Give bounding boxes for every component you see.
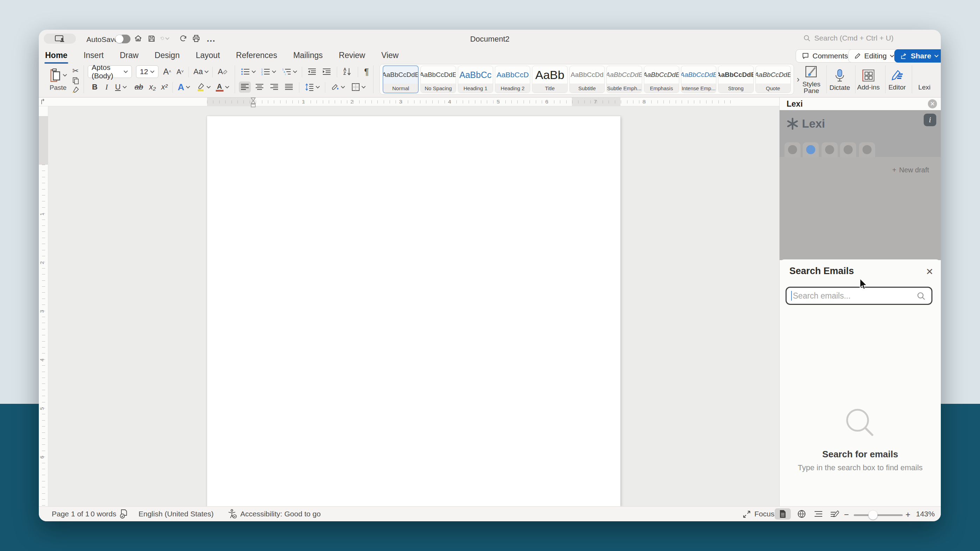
accessibility-icon[interactable] xyxy=(228,509,237,519)
zoom-slider-track[interactable] xyxy=(854,514,903,516)
lexi-ribbon-button[interactable]: Lexi xyxy=(913,65,936,95)
align-center-button[interactable] xyxy=(254,81,266,93)
style-quote[interactable]: AaBbCcDdEQuote xyxy=(756,66,791,93)
lexi-tab-2[interactable] xyxy=(803,142,819,157)
accessibility-status[interactable]: Accessibility: Good to go xyxy=(240,510,321,518)
clear-formatting-button[interactable]: A xyxy=(216,66,229,77)
svg-text:i: i xyxy=(285,73,286,76)
editor-button[interactable]: Editor xyxy=(885,65,910,95)
gallery-more-button[interactable]: › xyxy=(795,75,801,84)
styles-pane-button[interactable]: Styles Pane xyxy=(801,65,822,95)
focus-icon[interactable] xyxy=(743,510,751,518)
addins-button[interactable]: Add-ins xyxy=(855,65,882,95)
word-count[interactable]: 0 words xyxy=(91,510,116,518)
style-emphasis[interactable]: AaBbCcDdEEmphasis xyxy=(644,66,679,93)
font-size-select[interactable]: 12 xyxy=(136,65,158,78)
editing-mode-button[interactable]: Editing xyxy=(848,49,900,63)
highlight-button[interactable] xyxy=(195,81,212,93)
chevron-down-icon xyxy=(890,54,894,57)
tab-review[interactable]: Review xyxy=(338,49,366,64)
align-right-button[interactable] xyxy=(268,81,280,93)
ruler-number: 3 xyxy=(399,98,402,105)
multilevel-list-button[interactable]: 1ai xyxy=(281,66,298,77)
global-search[interactable]: Search (Cmd + Ctrl + U) xyxy=(787,34,910,42)
focus-label[interactable]: Focus xyxy=(754,510,774,518)
style-heading-1[interactable]: AaBbCcHeading 1 xyxy=(458,66,493,93)
info-button[interactable]: i xyxy=(924,114,936,126)
paste-button[interactable]: Paste xyxy=(47,65,69,95)
comments-button[interactable]: Comments xyxy=(796,49,854,63)
modal-close-icon[interactable]: ✕ xyxy=(926,267,934,277)
format-painter-icon[interactable] xyxy=(71,86,80,94)
language-status[interactable]: English (United States) xyxy=(138,510,214,518)
tab-selector-icon[interactable] xyxy=(41,98,46,105)
align-left-button[interactable] xyxy=(239,81,251,93)
show-paragraph-marks-button[interactable]: ¶ xyxy=(361,66,372,77)
underline-button[interactable]: U xyxy=(113,81,129,93)
lexi-tab-4[interactable] xyxy=(840,142,856,157)
line-spacing-button[interactable] xyxy=(303,81,321,93)
borders-button[interactable] xyxy=(349,81,368,93)
web-layout-view-button[interactable] xyxy=(794,508,810,519)
page-count[interactable]: Page 1 of 1 xyxy=(52,510,89,518)
dictate-button[interactable]: Dictate xyxy=(826,65,853,95)
font-color-button[interactable]: A xyxy=(215,81,231,93)
superscript-button[interactable]: x² xyxy=(159,81,170,93)
italic-button[interactable]: I xyxy=(102,81,111,93)
document-page[interactable] xyxy=(207,116,620,506)
style-subtle-emphasis[interactable]: AaBbCcDdESubtle Emph... xyxy=(606,66,642,93)
lexi-tab-5[interactable] xyxy=(859,142,875,157)
shading-button[interactable] xyxy=(329,81,347,93)
tab-draw[interactable]: Draw xyxy=(119,49,139,64)
style-no-spacing[interactable]: AaBbCcDdENo Spacing xyxy=(420,66,456,93)
modal-title: Search Emails xyxy=(789,266,854,276)
style-title[interactable]: AaBbTitle xyxy=(532,66,567,93)
bold-button[interactable]: B xyxy=(90,81,100,93)
lexi-tab-3[interactable] xyxy=(822,142,838,157)
style-intense-emphasis[interactable]: AaBbCcDdEIntense Emp... xyxy=(681,66,716,93)
change-case-button[interactable]: Aa xyxy=(193,66,210,77)
print-layout-view-button[interactable] xyxy=(775,508,791,519)
spellcheck-icon[interactable] xyxy=(119,509,128,519)
tab-design[interactable]: Design xyxy=(154,49,180,64)
style-strong[interactable]: AaBbCcDdEStrong xyxy=(718,66,753,93)
new-draft-link[interactable]: + New draft xyxy=(892,166,929,174)
status-bar: Page 1 of 1 0 words English (United Stat… xyxy=(39,506,941,521)
draft-view-button[interactable] xyxy=(826,508,843,519)
ruler-number: 6 xyxy=(39,456,45,458)
pencil-icon xyxy=(854,52,861,59)
zoom-out-button[interactable]: − xyxy=(844,510,849,519)
subscript-button[interactable]: x₂ xyxy=(147,81,158,93)
font-name-select[interactable]: Aptos (Body) xyxy=(88,65,132,78)
style-normal[interactable]: AaBbCcDdENormal xyxy=(383,65,418,93)
shrink-font-button[interactable]: A˅ xyxy=(175,66,185,77)
style-subtitle[interactable]: AaBbCcDdSubtitle xyxy=(570,66,605,93)
zoom-slider-thumb[interactable] xyxy=(869,510,878,519)
zoom-percentage[interactable]: 143% xyxy=(916,510,935,518)
justify-button[interactable] xyxy=(283,81,295,93)
decrease-indent-icon[interactable] xyxy=(306,66,318,77)
indent-marker[interactable] xyxy=(250,98,256,107)
lexi-panel-close-icon[interactable]: ✕ xyxy=(928,99,937,108)
tab-references[interactable]: References xyxy=(235,49,278,64)
tab-view[interactable]: View xyxy=(380,49,399,64)
outline-view-button[interactable] xyxy=(810,508,826,519)
cut-icon[interactable]: ✂ xyxy=(71,67,80,75)
strikethrough-button[interactable]: ab xyxy=(132,81,145,93)
clipboard-icon xyxy=(49,68,62,83)
text-effects-button[interactable]: A xyxy=(176,81,192,93)
tab-home[interactable]: Home xyxy=(45,49,68,64)
copy-icon[interactable] xyxy=(71,76,80,85)
increase-indent-icon[interactable] xyxy=(321,66,332,77)
tab-layout[interactable]: Layout xyxy=(195,49,221,64)
style-heading-2[interactable]: AaBbCcDHeading 2 xyxy=(495,66,530,93)
numbering-button[interactable]: 123 xyxy=(260,66,277,77)
lexi-tab-1[interactable] xyxy=(784,142,800,157)
grow-font-button[interactable]: A˄ xyxy=(162,66,172,77)
zoom-in-button[interactable]: + xyxy=(905,510,910,519)
tab-mailings[interactable]: Mailings xyxy=(293,49,323,64)
sort-icon[interactable]: AZ xyxy=(340,66,354,77)
share-button[interactable]: Share xyxy=(894,49,941,63)
bullets-button[interactable] xyxy=(240,66,257,77)
tab-insert[interactable]: Insert xyxy=(83,49,105,64)
